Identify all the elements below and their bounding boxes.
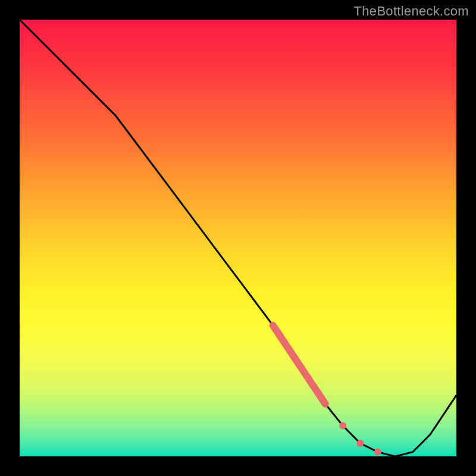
highlight-dot [374, 449, 381, 456]
chart-frame: TheBottleneck.com [0, 0, 476, 476]
highlight-dot [357, 440, 364, 447]
highlight-segment [273, 325, 325, 404]
curve-layer [20, 20, 456, 456]
bottleneck-curve [20, 20, 456, 456]
watermark-text: TheBottleneck.com [354, 4, 469, 19]
highlight-points [339, 422, 381, 456]
highlight-dot [339, 422, 346, 430]
plot-area [20, 20, 456, 456]
